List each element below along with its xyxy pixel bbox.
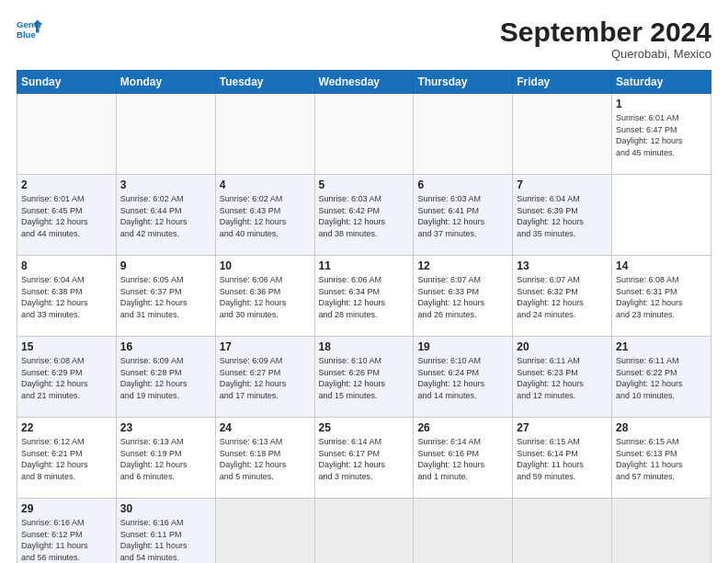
day-cell-29: 29Sunrise: 6:16 AMSunset: 6:12 PMDayligh… (17, 499, 117, 564)
day-number: 22 (21, 421, 112, 434)
weekday-header-friday: Friday (513, 71, 612, 94)
day-info: Sunrise: 6:14 AMSunset: 6:17 PMDaylight:… (319, 437, 386, 481)
day-number: 9 (120, 259, 211, 272)
empty-cell (215, 94, 314, 175)
weekday-header-sunday: Sunday (17, 71, 117, 94)
day-info: Sunrise: 6:07 AMSunset: 6:33 PMDaylight:… (417, 275, 484, 319)
day-number: 30 (120, 502, 211, 515)
empty-cell (513, 499, 612, 564)
day-info: Sunrise: 6:13 AMSunset: 6:19 PMDaylight:… (120, 437, 188, 481)
day-cell-26: 26Sunrise: 6:14 AMSunset: 6:16 PMDayligh… (414, 418, 513, 499)
day-number: 4 (220, 178, 311, 191)
day-number: 16 (120, 340, 211, 353)
day-info: Sunrise: 6:11 AMSunset: 6:23 PMDaylight:… (517, 356, 584, 400)
day-info: Sunrise: 6:13 AMSunset: 6:18 PMDaylight:… (220, 437, 287, 481)
day-number: 10 (220, 259, 311, 272)
day-number: 21 (616, 340, 707, 353)
empty-cell (215, 499, 314, 564)
day-cell-2: 2Sunrise: 6:01 AMSunset: 6:45 PMDaylight… (17, 175, 117, 256)
day-cell-10: 10Sunrise: 6:06 AMSunset: 6:36 PMDayligh… (215, 256, 314, 337)
day-info: Sunrise: 6:01 AMSunset: 6:47 PMDaylight:… (616, 113, 683, 157)
day-info: Sunrise: 6:10 AMSunset: 6:26 PMDaylight:… (319, 356, 386, 400)
empty-cell (414, 499, 513, 564)
subtitle: Querobabi, Mexico (500, 47, 711, 61)
day-info: Sunrise: 6:02 AMSunset: 6:43 PMDaylight:… (220, 194, 287, 238)
calendar-week-1: 1Sunrise: 6:01 AMSunset: 6:47 PMDaylight… (17, 94, 711, 175)
day-info: Sunrise: 6:06 AMSunset: 6:36 PMDaylight:… (220, 275, 287, 319)
weekday-header-monday: Monday (116, 71, 215, 94)
weekday-header-tuesday: Tuesday (215, 71, 314, 94)
empty-cell (513, 94, 612, 175)
day-cell-1: 1Sunrise: 6:01 AMSunset: 6:47 PMDaylight… (612, 94, 711, 175)
day-number: 15 (21, 340, 112, 353)
day-cell-3: 3Sunrise: 6:02 AMSunset: 6:44 PMDaylight… (116, 175, 215, 256)
day-cell-16: 16Sunrise: 6:09 AMSunset: 6:28 PMDayligh… (116, 337, 215, 418)
weekday-header-wednesday: Wednesday (314, 71, 414, 94)
calendar-week-4: 15Sunrise: 6:08 AMSunset: 6:29 PMDayligh… (17, 337, 711, 418)
logo: General Blue (17, 17, 42, 42)
day-cell-6: 6Sunrise: 6:03 AMSunset: 6:41 PMDaylight… (414, 175, 513, 256)
calendar-week-5: 22Sunrise: 6:12 AMSunset: 6:21 PMDayligh… (17, 418, 711, 499)
weekday-header-thursday: Thursday (414, 71, 513, 94)
day-cell-24: 24Sunrise: 6:13 AMSunset: 6:18 PMDayligh… (215, 418, 314, 499)
day-cell-13: 13Sunrise: 6:07 AMSunset: 6:32 PMDayligh… (513, 256, 612, 337)
month-title: September 2024 (500, 17, 711, 47)
day-number: 8 (21, 259, 112, 272)
title-area: September 2024 Querobabi, Mexico (500, 17, 711, 61)
day-number: 20 (517, 340, 608, 353)
day-info: Sunrise: 6:04 AMSunset: 6:38 PMDaylight:… (21, 275, 88, 319)
empty-cell (17, 94, 117, 175)
day-number: 29 (21, 502, 112, 515)
day-number: 26 (417, 421, 508, 434)
day-number: 6 (417, 178, 508, 191)
day-cell-11: 11Sunrise: 6:06 AMSunset: 6:34 PMDayligh… (314, 256, 414, 337)
day-number: 1 (616, 98, 707, 110)
empty-cell (314, 499, 414, 564)
day-info: Sunrise: 6:06 AMSunset: 6:34 PMDaylight:… (319, 275, 386, 319)
day-info: Sunrise: 6:16 AMSunset: 6:12 PMDaylight:… (21, 518, 88, 562)
empty-cell (116, 94, 215, 175)
day-info: Sunrise: 6:09 AMSunset: 6:27 PMDaylight:… (220, 356, 287, 400)
day-info: Sunrise: 6:07 AMSunset: 6:32 PMDaylight:… (517, 275, 584, 319)
day-info: Sunrise: 6:11 AMSunset: 6:22 PMDaylight:… (616, 356, 683, 400)
day-cell-7: 7Sunrise: 6:04 AMSunset: 6:39 PMDaylight… (513, 175, 612, 256)
day-info: Sunrise: 6:09 AMSunset: 6:28 PMDaylight:… (120, 356, 188, 400)
day-cell-22: 22Sunrise: 6:12 AMSunset: 6:21 PMDayligh… (17, 418, 117, 499)
day-info: Sunrise: 6:16 AMSunset: 6:11 PMDaylight:… (120, 518, 188, 562)
day-cell-12: 12Sunrise: 6:07 AMSunset: 6:33 PMDayligh… (414, 256, 513, 337)
day-info: Sunrise: 6:04 AMSunset: 6:39 PMDaylight:… (517, 194, 584, 238)
day-info: Sunrise: 6:10 AMSunset: 6:24 PMDaylight:… (417, 356, 484, 400)
day-number: 27 (517, 421, 608, 434)
empty-cell (612, 499, 711, 564)
day-number: 5 (319, 178, 410, 191)
day-info: Sunrise: 6:15 AMSunset: 6:13 PMDaylight:… (616, 437, 683, 481)
empty-cell (414, 94, 513, 175)
day-cell-4: 4Sunrise: 6:02 AMSunset: 6:43 PMDaylight… (215, 175, 314, 256)
calendar-week-3: 8Sunrise: 6:04 AMSunset: 6:38 PMDaylight… (17, 256, 711, 337)
day-number: 23 (120, 421, 211, 434)
day-info: Sunrise: 6:08 AMSunset: 6:29 PMDaylight:… (21, 356, 88, 400)
day-cell-18: 18Sunrise: 6:10 AMSunset: 6:26 PMDayligh… (314, 337, 414, 418)
day-number: 17 (220, 340, 311, 353)
day-number: 25 (319, 421, 410, 434)
day-cell-8: 8Sunrise: 6:04 AMSunset: 6:38 PMDaylight… (17, 256, 117, 337)
calendar-table: SundayMondayTuesdayWednesdayThursdayFrid… (17, 70, 711, 563)
day-info: Sunrise: 6:05 AMSunset: 6:37 PMDaylight:… (120, 275, 188, 319)
day-info: Sunrise: 6:02 AMSunset: 6:44 PMDaylight:… (120, 194, 188, 238)
day-cell-9: 9Sunrise: 6:05 AMSunset: 6:37 PMDaylight… (116, 256, 215, 337)
day-info: Sunrise: 6:03 AMSunset: 6:41 PMDaylight:… (417, 194, 484, 238)
calendar-week-6: 29Sunrise: 6:16 AMSunset: 6:12 PMDayligh… (17, 499, 711, 564)
day-cell-21: 21Sunrise: 6:11 AMSunset: 6:22 PMDayligh… (612, 337, 711, 418)
day-number: 13 (517, 259, 608, 272)
day-info: Sunrise: 6:01 AMSunset: 6:45 PMDaylight:… (21, 194, 88, 238)
day-cell-28: 28Sunrise: 6:15 AMSunset: 6:13 PMDayligh… (612, 418, 711, 499)
weekday-header-row: SundayMondayTuesdayWednesdayThursdayFrid… (17, 71, 711, 94)
day-number: 18 (319, 340, 410, 353)
day-cell-25: 25Sunrise: 6:14 AMSunset: 6:17 PMDayligh… (314, 418, 414, 499)
empty-cell (314, 94, 414, 175)
day-cell-23: 23Sunrise: 6:13 AMSunset: 6:19 PMDayligh… (116, 418, 215, 499)
page: General Blue September 2024 Querobabi, M… (0, 0, 728, 563)
day-cell-5: 5Sunrise: 6:03 AMSunset: 6:42 PMDaylight… (314, 175, 414, 256)
day-cell-27: 27Sunrise: 6:15 AMSunset: 6:14 PMDayligh… (513, 418, 612, 499)
day-number: 3 (120, 178, 211, 191)
